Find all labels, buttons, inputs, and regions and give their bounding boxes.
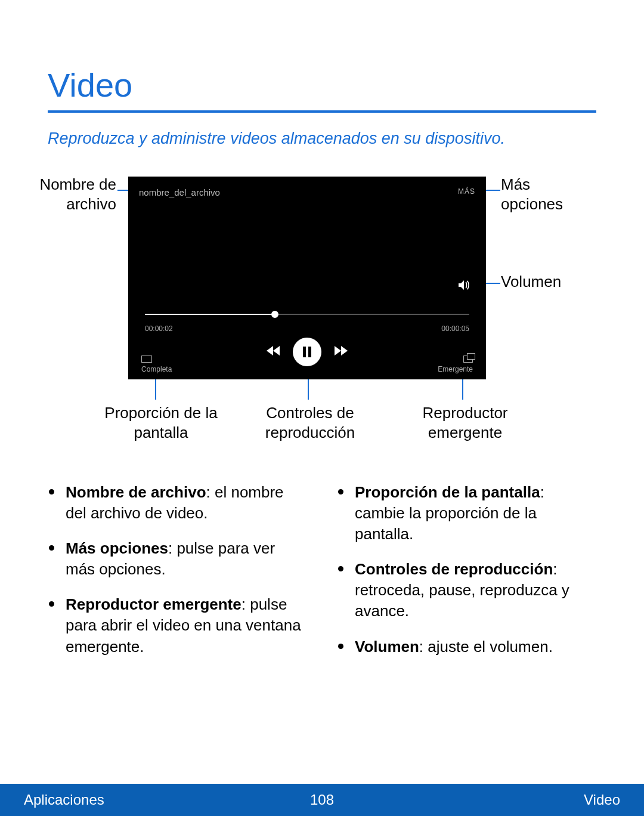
more-button[interactable]: MÁS <box>458 187 475 197</box>
ratio-label: Completa <box>141 365 172 373</box>
pause-icon <box>303 347 311 357</box>
description-columns: Nombre de archivo: el nombre del archivo… <box>48 482 596 672</box>
timeline-progress <box>145 314 275 315</box>
popup-label: Emergente <box>438 365 473 373</box>
player-top-bar: nombre_del_archivo MÁS <box>139 187 475 197</box>
popup-icon <box>463 356 473 363</box>
volume-icon[interactable] <box>457 279 470 293</box>
page-subtitle: Reproduzca y administre videos almacenad… <box>48 129 596 148</box>
video-player: nombre_del_archivo MÁS 00:00:02 00:00:05 <box>128 177 486 379</box>
footer-page-number: 108 <box>0 792 644 808</box>
diagram: Nombre de archivo Más opciones Volumen P… <box>48 172 596 464</box>
desc: : ajuste el volumen. <box>419 638 553 656</box>
time-total: 00:00:05 <box>441 324 469 333</box>
leader-line <box>155 376 156 400</box>
term: Controles de reproducción <box>355 560 553 578</box>
callout-filename: Nombre de archivo <box>39 175 116 214</box>
fullscreen-icon <box>141 356 152 363</box>
forward-button[interactable] <box>333 345 348 359</box>
page-title: Video <box>48 66 596 104</box>
term: Reproductor emergente <box>66 595 242 613</box>
page-footer: Aplicaciones 108 Video <box>0 784 644 816</box>
column-right: Proporción de la pantalla: cambie la pro… <box>337 482 596 672</box>
playback-controls <box>128 338 486 366</box>
list-item: Controles de reproducción: retroceda, pa… <box>355 559 596 622</box>
callout-ratio: Proporción de la pantalla <box>98 403 224 442</box>
popup-player-button[interactable]: Emergente <box>438 356 473 373</box>
callout-controls: Controles de reproducción <box>244 403 376 442</box>
list-item: Volumen: ajuste el volumen. <box>355 636 596 657</box>
title-rule <box>48 110 596 113</box>
term: Proporción de la pantalla <box>355 483 540 501</box>
pause-button[interactable] <box>293 338 321 366</box>
time-elapsed: 00:00:02 <box>145 324 173 333</box>
rewind-button[interactable] <box>267 345 281 359</box>
term: Nombre de archivo <box>66 483 206 501</box>
list-item: Más opciones: pulse para ver más opcione… <box>66 538 307 580</box>
timeline[interactable] <box>145 314 469 315</box>
term: Más opciones <box>66 539 168 557</box>
list-item: Nombre de archivo: el nombre del archivo… <box>66 482 307 524</box>
time-labels: 00:00:02 00:00:05 <box>145 324 469 333</box>
term: Volumen <box>355 638 419 656</box>
callout-volume: Volumen <box>501 272 590 292</box>
column-left: Nombre de archivo: el nombre del archivo… <box>48 482 307 672</box>
screen-ratio-button[interactable]: Completa <box>141 356 172 373</box>
timeline-knob[interactable] <box>271 311 278 318</box>
list-item: Reproductor emergente: pulse para abrir … <box>66 594 307 657</box>
page: Video Reproduzca y administre videos alm… <box>0 0 644 816</box>
callout-more: Más opciones <box>501 175 590 214</box>
player-filename: nombre_del_archivo <box>139 187 220 197</box>
leader-line <box>462 376 463 400</box>
callout-popup: Reproductor emergente <box>405 403 525 442</box>
list-item: Proporción de la pantalla: cambie la pro… <box>355 482 596 545</box>
